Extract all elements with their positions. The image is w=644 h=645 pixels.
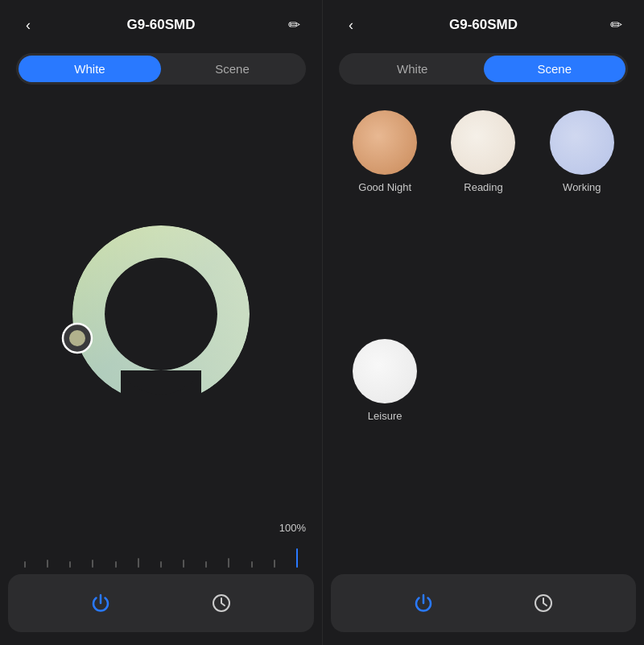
clock-icon xyxy=(210,592,233,614)
tick-8 xyxy=(183,560,184,568)
tick-4 xyxy=(92,560,93,568)
tick-1 xyxy=(24,561,26,568)
tick-2 xyxy=(47,560,48,568)
left-tab-white[interactable]: White xyxy=(19,56,161,82)
right-power-button[interactable] xyxy=(406,585,441,621)
scene-good-night[interactable]: Good Night xyxy=(339,110,431,326)
left-bottom-bar xyxy=(8,574,314,632)
right-tab-white[interactable]: White xyxy=(341,56,484,82)
tick-12 xyxy=(274,560,275,568)
tick-9 xyxy=(205,561,207,568)
svg-point-7 xyxy=(69,330,85,346)
clock-icon-right xyxy=(532,592,555,614)
brightness-ticks[interactable] xyxy=(16,544,306,568)
right-schedule-button[interactable] xyxy=(526,585,561,621)
tick-10 xyxy=(228,558,229,568)
leisure-label: Leisure xyxy=(368,410,402,422)
right-back-icon[interactable]: ‹ xyxy=(339,17,363,34)
right-bottom-bar xyxy=(331,574,636,632)
left-tab-scene[interactable]: Scene xyxy=(161,56,303,82)
brightness-section xyxy=(0,535,322,568)
right-header: ‹ G9-60SMD ✏ xyxy=(323,0,644,47)
working-circle xyxy=(550,110,614,175)
left-panel: ‹ G9-60SMD ✏ White Scene xyxy=(0,0,322,645)
color-ring-wrapper[interactable] xyxy=(56,209,266,419)
color-wheel-container xyxy=(0,97,322,522)
right-panel: ‹ G9-60SMD ✏ White Scene Good Night Read… xyxy=(322,0,644,645)
scene-working[interactable]: Working xyxy=(536,110,628,326)
tick-7 xyxy=(160,561,162,568)
left-title: G9-60SMD xyxy=(40,17,282,33)
good-night-circle xyxy=(353,110,417,175)
reading-circle xyxy=(451,110,515,175)
left-power-button[interactable] xyxy=(83,585,118,621)
left-tab-bar: White Scene xyxy=(16,53,306,85)
power-icon-right xyxy=(412,592,435,614)
left-edit-icon[interactable]: ✏ xyxy=(282,16,306,34)
working-label: Working xyxy=(563,181,601,193)
color-ring-svg[interactable] xyxy=(56,209,266,419)
scenes-grid: Good Night Reading Working Leisure xyxy=(323,97,644,568)
right-title: G9-60SMD xyxy=(363,17,604,33)
scene-reading[interactable]: Reading xyxy=(437,110,529,326)
tick-active xyxy=(296,548,298,568)
right-tab-scene[interactable]: Scene xyxy=(484,56,626,82)
tick-11 xyxy=(251,561,253,568)
leisure-circle xyxy=(353,339,417,403)
left-header: ‹ G9-60SMD ✏ xyxy=(0,0,322,47)
tick-5 xyxy=(115,561,117,568)
tick-6 xyxy=(138,558,139,568)
brightness-percent: 100% xyxy=(279,522,306,534)
left-schedule-button[interactable] xyxy=(204,585,239,621)
left-back-icon[interactable]: ‹ xyxy=(16,17,40,34)
right-edit-icon[interactable]: ✏ xyxy=(604,16,628,34)
percent-row: 100% xyxy=(0,522,322,535)
right-tab-bar: White Scene xyxy=(339,53,628,85)
reading-label: Reading xyxy=(464,181,502,193)
power-icon xyxy=(89,592,112,614)
tick-3 xyxy=(69,561,71,568)
scene-leisure[interactable]: Leisure xyxy=(339,339,431,555)
good-night-label: Good Night xyxy=(358,181,411,193)
